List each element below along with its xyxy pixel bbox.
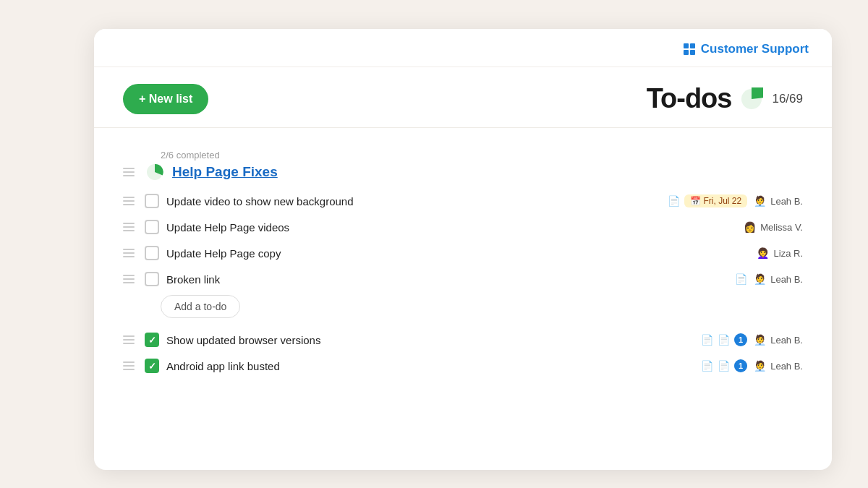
todo-text: Show updated browser versions xyxy=(166,334,694,346)
customer-support-label: Customer Support xyxy=(701,42,809,56)
todo-meta: 👩Melissa V. xyxy=(741,219,803,235)
todo-checkbox[interactable] xyxy=(145,333,159,347)
assignee-label: 👩Melissa V. xyxy=(741,219,803,235)
todo-checkbox[interactable] xyxy=(145,220,159,234)
top-nav: Customer Support xyxy=(94,29,832,67)
customer-support-link[interactable]: Customer Support xyxy=(684,42,809,56)
progress-pie-chart xyxy=(740,87,763,111)
todo-checkbox[interactable] xyxy=(145,359,159,373)
list-progress-pie xyxy=(146,163,163,181)
comment-count-badge: 1 xyxy=(734,359,747,372)
todo-text: Broken link xyxy=(166,273,728,286)
todo-item: Update video to show new background📄📅 Fr… xyxy=(123,188,803,214)
header-title-area: To-dos 16/69 xyxy=(208,83,803,114)
drag-handle-icon[interactable] xyxy=(123,275,137,283)
todo-checkbox[interactable] xyxy=(145,194,159,208)
drag-handle-icon[interactable] xyxy=(123,249,137,257)
list-completion-label: 2/6 completed xyxy=(161,150,803,160)
new-list-button[interactable]: + New list xyxy=(123,84,208,114)
todo-text: Update Help Page copy xyxy=(166,247,748,260)
assignee-label: 👩‍🦱Liza R. xyxy=(755,245,803,261)
todo-items-list: Update video to show new background📄📅 Fr… xyxy=(123,188,803,292)
completed-items-list: Show updated browser versions📄📄1🧑‍💼Leah … xyxy=(123,327,803,379)
todo-meta: 📄📄1🧑‍💼Leah B. xyxy=(701,358,803,374)
add-todo-button[interactable]: Add a to-do xyxy=(161,295,240,318)
list-group: 2/6 completed Help Page Fixes Update vid… xyxy=(123,150,803,379)
list-title-link[interactable]: Help Page Fixes xyxy=(172,164,278,180)
assignee-label: 🧑‍💼Leah B. xyxy=(752,358,803,374)
assignee-label: 🧑‍💼Leah B. xyxy=(752,271,803,287)
todo-meta: 👩‍🦱Liza R. xyxy=(755,245,803,261)
list-drag-handle[interactable] xyxy=(123,168,137,176)
drag-handle-icon[interactable] xyxy=(123,361,137,370)
document-icon: 📄 xyxy=(668,195,680,207)
avatar: 🧑‍💼 xyxy=(752,332,767,348)
page-title: To-dos xyxy=(647,83,732,114)
drag-handle-icon[interactable] xyxy=(123,197,137,205)
todo-item: Android app link busted📄📄1🧑‍💼Leah B. xyxy=(123,353,803,379)
content-area: 2/6 completed Help Page Fixes Update vid… xyxy=(94,128,832,401)
assignee-label: 🧑‍💼Leah B. xyxy=(752,332,803,348)
document-icon: 📄 xyxy=(701,360,713,372)
drag-handle-icon[interactable] xyxy=(123,223,137,231)
avatar: 🧑‍💼 xyxy=(752,271,767,287)
comment-count-badge: 1 xyxy=(734,333,747,346)
header-row: + New list To-dos 16/69 xyxy=(94,67,832,128)
comment-doc-icon: 📄 xyxy=(718,334,730,346)
document-icon: 📄 xyxy=(735,273,747,285)
todo-item: Show updated browser versions📄📄1🧑‍💼Leah … xyxy=(123,327,803,353)
todo-text: Update video to show new background xyxy=(166,195,660,207)
drag-handle-icon[interactable] xyxy=(123,335,137,344)
avatar: 🧑‍💼 xyxy=(752,193,767,209)
list-title-row: Help Page Fixes xyxy=(123,163,803,181)
avatar: 👩‍🦱 xyxy=(755,245,771,261)
todo-item: Broken link📄🧑‍💼Leah B. xyxy=(123,266,803,292)
avatar: 👩 xyxy=(741,219,757,235)
todo-item: Update Help Page videos👩Melissa V. xyxy=(123,214,803,240)
todo-meta: 📄📄1🧑‍💼Leah B. xyxy=(701,332,803,348)
todo-text: Android app link busted xyxy=(166,360,694,372)
todo-checkbox[interactable] xyxy=(145,272,159,286)
main-card: Customer Support + New list To-dos 16/69… xyxy=(94,29,832,470)
todo-meta: 📄📅 Fri, Jul 22🧑‍💼Leah B. xyxy=(668,193,803,209)
assignee-label: 🧑‍💼Leah B. xyxy=(752,193,803,209)
todo-checkbox[interactable] xyxy=(145,246,159,260)
todo-meta: 📄🧑‍💼Leah B. xyxy=(735,271,803,287)
document-icon: 📄 xyxy=(701,334,713,346)
todo-text: Update Help Page videos xyxy=(166,221,734,234)
due-date-badge: 📅 Fri, Jul 22 xyxy=(684,194,747,207)
comment-doc-icon: 📄 xyxy=(718,360,730,372)
todo-item: Update Help Page copy👩‍🦱Liza R. xyxy=(123,240,803,266)
progress-count: 16/69 xyxy=(772,92,803,106)
grid-icon xyxy=(684,43,695,55)
avatar: 🧑‍💼 xyxy=(752,358,767,374)
